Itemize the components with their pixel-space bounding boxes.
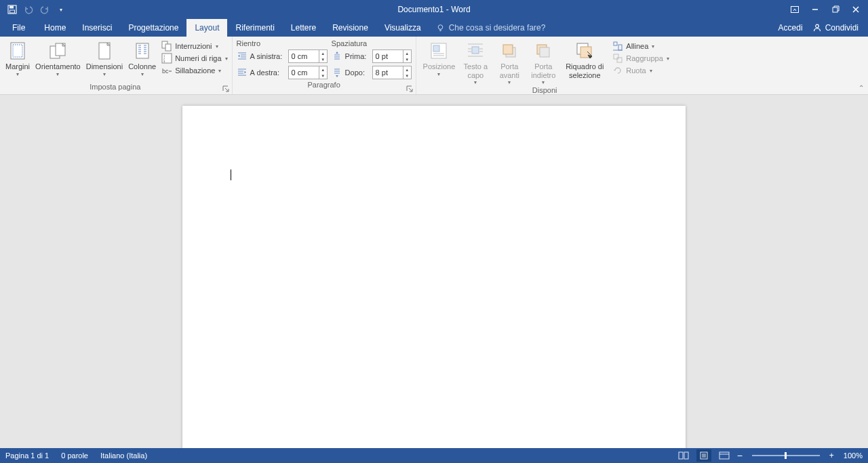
- spinner-down-icon[interactable]: ▼: [403, 56, 411, 62]
- title-bar: ▾ Documento1 - Word: [0, 0, 868, 19]
- testo-a-capo-button: Testo a capo▾: [458, 39, 493, 85]
- minimize-icon[interactable]: [806, 1, 825, 18]
- share-button[interactable]: Condividi: [812, 23, 859, 33]
- svg-rect-68: [618, 45, 622, 50]
- orientamento-button[interactable]: Orientamento ▾: [33, 39, 83, 77]
- space-after-input[interactable]: ▲▼: [372, 66, 412, 79]
- svg-rect-71: [617, 58, 622, 62]
- sillabazione-button[interactable]: bc Sillabazione▾: [161, 65, 227, 76]
- svg-rect-51: [433, 45, 439, 52]
- rientro-heading: Rientro: [237, 39, 332, 47]
- undo-icon[interactable]: [22, 3, 35, 16]
- zoom-slider[interactable]: [752, 455, 820, 456]
- quick-access-toolbar: ▾: [0, 3, 68, 16]
- interruzioni-button[interactable]: Interruzioni▾: [161, 41, 227, 52]
- tab-file[interactable]: File: [4, 19, 33, 37]
- tab-home[interactable]: Home: [36, 19, 74, 37]
- indent-left-input[interactable]: ▲▼: [288, 49, 328, 63]
- send-backward-icon: [533, 41, 553, 61]
- ruota-label: Ruota: [626, 66, 646, 75]
- svg-text:bc: bc: [162, 68, 169, 75]
- porta-avanti-label: Porta avanti: [496, 62, 523, 79]
- dimensioni-label: Dimensioni: [86, 62, 123, 71]
- posizione-label: Posizione: [423, 62, 456, 71]
- svg-rect-5: [833, 7, 837, 12]
- zoom-level[interactable]: 100%: [844, 451, 863, 460]
- read-mode-icon[interactable]: [676, 449, 691, 462]
- colonne-label: Colonne: [128, 62, 156, 71]
- colonne-button[interactable]: Colonne ▾: [125, 39, 159, 77]
- restore-icon[interactable]: [826, 1, 845, 18]
- numeri-riga-button[interactable]: 123 Numeri di riga▾: [161, 53, 227, 64]
- interruzioni-label: Interruzioni: [175, 42, 212, 50]
- svg-rect-62: [503, 45, 513, 54]
- sign-in-link[interactable]: Accedi: [778, 23, 803, 33]
- spinner-up-icon[interactable]: ▲: [319, 50, 327, 56]
- tab-layout[interactable]: Layout: [186, 19, 227, 37]
- language-indicator[interactable]: Italiano (Italia): [100, 451, 147, 460]
- margins-icon: [7, 41, 28, 61]
- testo-a-capo-label: Testo a capo: [460, 62, 490, 79]
- spinner-down-icon[interactable]: ▼: [319, 56, 327, 62]
- page-count[interactable]: Pagina 1 di 1: [5, 451, 49, 460]
- svg-rect-54: [472, 47, 479, 54]
- margini-label: Margini: [5, 62, 30, 71]
- zoom-out-icon[interactable]: −: [737, 450, 743, 461]
- hyphenation-icon: bc: [161, 65, 172, 76]
- space-before-input[interactable]: ▲▼: [372, 49, 412, 63]
- raggruppa-label: Raggruppa: [626, 54, 663, 62]
- spinner-up-icon[interactable]: ▲: [403, 66, 411, 73]
- indent-right-input[interactable]: ▲▼: [288, 66, 328, 79]
- columns-icon: [132, 41, 153, 61]
- dimensioni-button[interactable]: Dimensioni ▾: [83, 39, 125, 77]
- sillabazione-label: Sillabazione: [175, 66, 215, 75]
- svg-rect-64: [540, 47, 549, 57]
- breaks-icon: [161, 41, 172, 52]
- tab-visualizza[interactable]: Visualizza: [376, 19, 429, 37]
- space-before-icon: [332, 51, 342, 62]
- dialog-launcher-icon[interactable]: [222, 85, 230, 93]
- margini-button[interactable]: Margini ▾: [3, 39, 33, 77]
- raggruppa-button: Raggruppa▾: [612, 53, 669, 64]
- riquadro-selezione-button[interactable]: Riquadro di selezione: [561, 39, 608, 79]
- spinner-up-icon[interactable]: ▲: [403, 50, 411, 56]
- group-label-paragrafo: Paragrafo: [237, 80, 412, 91]
- svg-rect-72: [679, 452, 683, 459]
- bring-forward-icon: [499, 41, 519, 61]
- tell-me-search[interactable]: Che cosa si desidera fare?: [436, 19, 546, 37]
- person-icon: [812, 23, 822, 33]
- indent-right-icon: [237, 67, 248, 78]
- tab-revisione[interactable]: Revisione: [324, 19, 376, 37]
- tab-riferimenti[interactable]: Riferimenti: [227, 19, 282, 37]
- ribbon: Margini ▾ Orientamento ▾ Dimensioni ▾ Co…: [0, 37, 868, 95]
- page[interactable]: [182, 106, 686, 448]
- web-layout-icon[interactable]: [717, 449, 732, 462]
- qat-customize-icon[interactable]: ▾: [54, 3, 68, 16]
- tab-inserisci[interactable]: Inserisci: [74, 19, 120, 37]
- spinner-up-icon[interactable]: ▲: [319, 66, 327, 73]
- group-label-imposta-pagina: Imposta pagina: [3, 82, 228, 93]
- collapse-ribbon-icon[interactable]: ⌃: [859, 84, 864, 92]
- group-disponi: Posizione▾ Testo a capo▾ Porta avanti▾ P…: [416, 37, 673, 94]
- save-icon[interactable]: [5, 3, 19, 16]
- porta-indietro-button: Porta indietro▾: [526, 39, 561, 85]
- spinner-down-icon[interactable]: ▼: [403, 73, 411, 79]
- tab-progettazione[interactable]: Progettazione: [120, 19, 186, 37]
- ribbon-display-options-icon[interactable]: [785, 1, 804, 18]
- document-area[interactable]: [0, 95, 868, 448]
- word-count[interactable]: 0 parole: [61, 451, 88, 460]
- spinner-down-icon[interactable]: ▼: [319, 73, 327, 79]
- dialog-launcher-icon[interactable]: [406, 85, 414, 93]
- tab-lettere[interactable]: Lettere: [283, 19, 324, 37]
- svg-rect-67: [614, 42, 617, 45]
- close-icon[interactable]: [846, 1, 865, 18]
- allinea-button[interactable]: Allinea▾: [612, 41, 669, 52]
- print-layout-icon[interactable]: [696, 449, 711, 462]
- share-label: Condividi: [825, 23, 859, 33]
- redo-icon[interactable]: [38, 3, 52, 16]
- a-sinistra-label: A sinistra:: [250, 52, 285, 60]
- position-icon: [429, 41, 449, 61]
- group-label-disponi: Disponi: [420, 85, 669, 94]
- indent-left-icon: [237, 51, 248, 62]
- zoom-in-icon[interactable]: +: [829, 451, 834, 460]
